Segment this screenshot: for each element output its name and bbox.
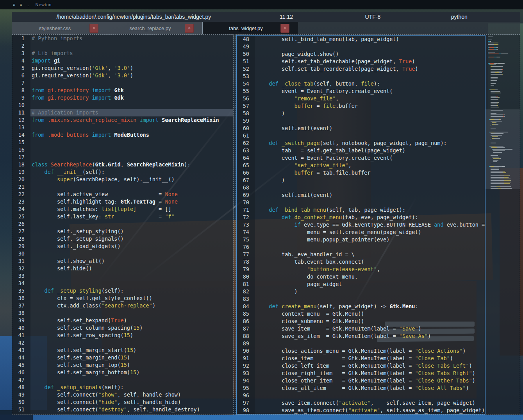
code-line: save_item = Gtk.MenuItem(label = "Save")	[255, 325, 485, 332]
code-line: "remove_file",	[255, 95, 485, 102]
tab-close-button[interactable]: ✕	[280, 24, 289, 33]
encoding-indicator[interactable]: UTF-8	[317, 14, 428, 20]
line-number: 12	[12, 116, 30, 124]
line-number: 37	[12, 302, 30, 309]
language-indicator[interactable]: python	[429, 14, 490, 20]
code-line: "set_active_file",	[255, 162, 485, 169]
line-number: 32	[12, 265, 30, 272]
code-line	[30, 220, 233, 228]
code-line: def __init__(self):	[30, 168, 233, 176]
code-line	[255, 295, 485, 303]
code-line: do_context_menu,	[255, 273, 485, 281]
code-line	[255, 199, 485, 206]
code-line: self.set_row_spacing(15)	[30, 332, 233, 339]
code-line: "button-release-event",	[255, 266, 485, 273]
line-number: 1	[12, 35, 30, 42]
line-number: 11	[12, 109, 30, 116]
tab-label: search_replace.py	[107, 25, 183, 31]
line-number: 38	[12, 309, 30, 317]
line-number: 54	[237, 80, 255, 88]
line-number: 41	[12, 332, 30, 339]
code-line: self.set_hexpand(True)	[30, 317, 233, 324]
code-line: close_all_item = Gtk.MenuItem(label = "C…	[255, 384, 485, 392]
code-line: self.set_margin_bottom(15)	[30, 369, 233, 376]
line-number: 77	[237, 251, 255, 258]
code-line: buffer = file.buffer	[255, 102, 485, 110]
wallpaper-water-band	[33, 415, 523, 420]
code-area[interactable]: self._bind_tab_menu(tab, page_widget) pa…	[255, 36, 485, 414]
file-path: /home/abaddon/.config/newton/plugins/tab…	[12, 14, 256, 20]
code-line: ctx.add_class("search-replace")	[30, 302, 233, 309]
tab-close-button[interactable]: ✕	[89, 24, 98, 33]
line-number: 19	[12, 168, 30, 176]
line-number: 6	[12, 72, 30, 79]
code-line: super(SearchReplace, self).__init__()	[30, 176, 233, 183]
line-number: 81	[237, 281, 255, 288]
line-number: 13	[12, 124, 30, 131]
line-number: 93	[237, 370, 255, 377]
tab-close-button[interactable]: ✕	[185, 24, 194, 33]
line-number: 47	[12, 376, 30, 384]
line-number: 84	[237, 303, 255, 310]
editor-focused-view[interactable]: 4849505152535455565758596061626364656667…	[236, 35, 486, 415]
code-line	[30, 272, 233, 280]
line-number: 88	[237, 332, 255, 340]
line-number: 35	[12, 287, 30, 295]
line-number: 82	[237, 288, 255, 295]
code-line	[30, 376, 233, 384]
code-line: from .mode_buttons import ModeButtons	[30, 131, 233, 139]
line-number: 94	[237, 377, 255, 384]
minimap[interactable]	[486, 35, 520, 415]
line-number: 85	[237, 310, 255, 318]
line-number: 45	[12, 361, 30, 369]
code-line: self.emit(event)	[255, 191, 485, 199]
line-number: 76	[237, 243, 255, 251]
workspace-indicator-icon[interactable]: ∷ ∷ ‥	[13, 2, 30, 7]
code-line	[30, 79, 233, 87]
code-line: self._setup_styling()	[30, 228, 233, 235]
code-line: import gi	[30, 57, 233, 64]
line-number: 48	[12, 384, 30, 391]
editor-pane-left[interactable]: 1234567891011121314151617181920212223242…	[12, 34, 234, 415]
line-number: 89	[237, 340, 255, 347]
code-line: def _close_tab(self, button, file):	[255, 80, 485, 88]
code-area[interactable]: # Python imports# Lib importsimport gigi…	[30, 35, 233, 415]
code-line	[30, 280, 233, 287]
tab-bar: stylesheet.css✕search_replace.py✕tabs_wi…	[12, 22, 520, 34]
line-number: 31	[12, 257, 30, 265]
code-line: self._bind_tab_menu(tab, page_widget)	[255, 36, 485, 43]
code-line: from gi.repository import Gdk	[30, 94, 233, 102]
line-number: 49	[12, 391, 30, 399]
line-number-gutter: 4849505152535455565758596061626364656667…	[237, 36, 255, 414]
line-number: 95	[237, 384, 255, 392]
code-line: event = Event_Factory.create_event(	[255, 154, 485, 162]
code-line: self.connect("show", self._handle_show)	[30, 391, 233, 399]
wallpaper-water-dark	[0, 415, 33, 420]
line-number: 56	[237, 95, 255, 102]
line-number: 58	[237, 110, 255, 117]
tab-tabs-widget-py[interactable]: tabs_widget.py✕	[202, 22, 298, 34]
code-line: self.connect("destroy", self._handle_des…	[30, 406, 233, 413]
tab-search-replace-py[interactable]: search_replace.py✕	[107, 22, 202, 34]
code-line: self.set_margin_top(15)	[30, 361, 233, 369]
code-line: # Python imports	[30, 35, 233, 42]
code-line: save_as_item = Gtk.MenuItem(label = "Sav…	[255, 332, 485, 340]
line-number: 62	[237, 139, 255, 147]
line-number: 69	[237, 191, 255, 199]
line-number: 72	[237, 214, 255, 221]
line-number: 55	[237, 88, 255, 95]
line-number: 18	[12, 161, 30, 168]
editor-pane-right[interactable]: 4849505152535455565758596061626364656667…	[236, 34, 520, 415]
code-line	[30, 339, 233, 347]
line-number: 78	[237, 258, 255, 266]
minimap-viewport[interactable]	[486, 109, 520, 189]
line-number: 96	[237, 392, 255, 399]
tab-stylesheet-css[interactable]: stylesheet.css✕	[12, 22, 107, 34]
line-number: 57	[237, 102, 255, 110]
line-number: 16	[12, 146, 30, 154]
code-line: from gi.repository import Gtk	[30, 87, 233, 94]
line-number: 67	[237, 177, 255, 184]
line-number: 10	[12, 102, 30, 109]
line-number: 33	[12, 272, 30, 280]
code-line	[255, 340, 485, 347]
